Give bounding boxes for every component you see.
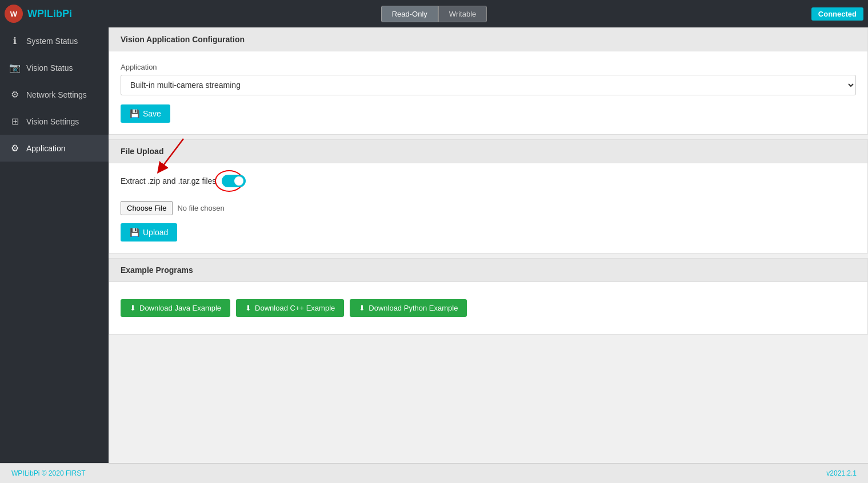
sidebar-label-network-settings: Network Settings [26, 90, 87, 99]
content: Vision Application Configuration Applica… [109, 27, 868, 463]
save-button[interactable]: 💾 Save [121, 104, 170, 123]
file-upload-section: File Upload [109, 139, 868, 253]
toggle-annotation [222, 175, 246, 187]
vision-app-section: Vision Application Configuration Applica… [109, 27, 868, 135]
main-area: ℹ System Status 📷 Vision Status ⚙ Networ… [0, 27, 868, 463]
save-label: Save [143, 109, 161, 118]
sidebar-item-application[interactable]: ⚙ Application [0, 135, 109, 162]
writable-button[interactable]: Writable [438, 6, 487, 22]
no-file-text: No file chosen [177, 204, 224, 212]
download-python-button[interactable]: ⬇ Download Python Example [350, 299, 467, 317]
info-icon: ℹ [9, 35, 21, 46]
sidebar-item-system-status[interactable]: ℹ System Status [0, 27, 109, 54]
extract-toggle[interactable] [222, 175, 246, 187]
example-buttons-row: ⬇ Download Java Example ⬇ Download C++ E… [121, 293, 856, 323]
download-java-label: Download Java Example [139, 304, 221, 312]
file-upload-body: Extract .zip and .tar.gz files [109, 163, 867, 253]
footer-version: v2021.2.1 [826, 469, 857, 477]
example-programs-title: Example Programs [121, 265, 193, 275]
example-programs-body: ⬇ Download Java Example ⬇ Download C++ E… [109, 282, 867, 334]
sidebar-label-system-status: System Status [26, 37, 78, 46]
app-icon: ⚙ [9, 143, 21, 154]
upload-icon: 💾 [130, 228, 139, 237]
connected-badge: Connected [811, 7, 863, 21]
example-programs-header: Example Programs [109, 259, 867, 282]
download-java-button[interactable]: ⬇ Download Java Example [121, 299, 230, 317]
download-python-icon: ⬇ [359, 304, 365, 312]
camera-icon: 📷 [9, 62, 21, 73]
vision-icon: ⊞ [9, 116, 21, 127]
network-icon: ⚙ [9, 89, 21, 100]
extract-label: Extract .zip and .tar.gz files [121, 176, 216, 186]
save-icon: 💾 [130, 109, 139, 118]
footer-copyright: WPILibPi © 2020 FIRST [11, 469, 86, 477]
page-footer: WPILibPi © 2020 FIRST v2021.2.1 [0, 463, 868, 483]
logo-area: W WPILibPi [0, 5, 72, 23]
application-select[interactable]: Built-in multi-camera streaming Custom a… [121, 75, 856, 95]
sidebar-label-vision-settings: Vision Settings [26, 117, 79, 126]
logo-text: WPILibPi [27, 8, 72, 20]
toggle-slider [222, 175, 246, 187]
extract-row: Extract .zip and .tar.gz files [121, 175, 246, 187]
logo-icon: W [5, 5, 23, 23]
download-cpp-button[interactable]: ⬇ Download C++ Example [236, 299, 344, 317]
vision-app-title: Vision Application Configuration [121, 35, 245, 44]
sidebar-item-network-settings[interactable]: ⚙ Network Settings [0, 81, 109, 108]
file-input-row: Choose File No file chosen [121, 201, 856, 215]
download-cpp-icon: ⬇ [245, 304, 251, 312]
readonly-button[interactable]: Read-Only [381, 6, 438, 22]
sidebar-item-vision-settings[interactable]: ⊞ Vision Settings [0, 108, 109, 135]
logo-initials: W [10, 10, 17, 18]
app-container: W WPILibPi Read-Only Writable Connected … [0, 0, 868, 483]
file-upload-title: File Upload [121, 147, 163, 156]
download-cpp-label: Download C++ Example [255, 304, 335, 312]
application-field-label: Application [121, 63, 856, 71]
sidebar-label-vision-status: Vision Status [26, 63, 73, 73]
upload-label: Upload [143, 228, 168, 237]
choose-file-button[interactable]: Choose File [121, 201, 173, 215]
upload-button[interactable]: 💾 Upload [121, 223, 177, 242]
example-programs-section: Example Programs ⬇ Download Java Example… [109, 258, 868, 335]
download-python-label: Download Python Example [369, 304, 458, 312]
download-java-icon: ⬇ [130, 304, 136, 312]
vision-app-section-body: Application Built-in multi-camera stream… [109, 51, 867, 134]
top-bar: W WPILibPi Read-Only Writable Connected [0, 0, 868, 27]
file-upload-header: File Upload [109, 140, 867, 163]
mode-buttons: Read-Only Writable [381, 6, 487, 22]
content-inner: Vision Application Configuration Applica… [109, 27, 868, 335]
sidebar-item-vision-status[interactable]: 📷 Vision Status [0, 54, 109, 81]
sidebar: ℹ System Status 📷 Vision Status ⚙ Networ… [0, 27, 109, 463]
sidebar-label-application: Application [26, 144, 66, 153]
vision-app-section-header: Vision Application Configuration [109, 28, 867, 51]
